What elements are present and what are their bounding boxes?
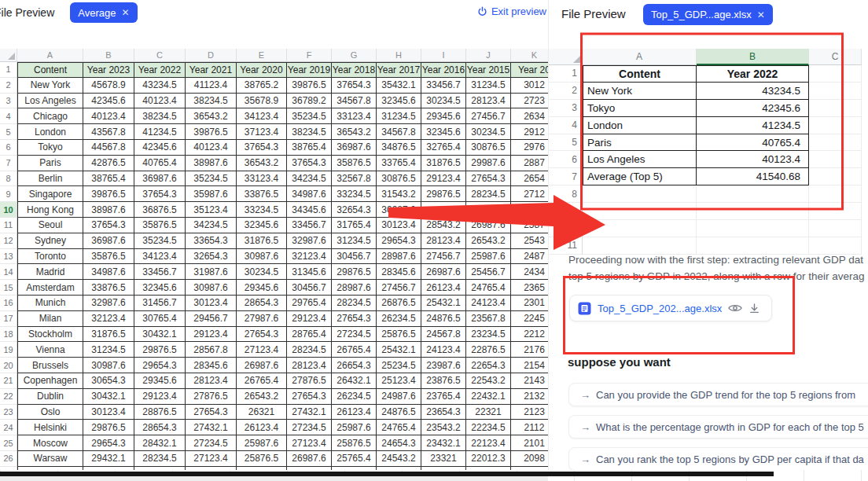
cell[interactable]: 43234.5	[134, 78, 186, 94]
cell[interactable]: Singapore	[17, 186, 83, 202]
cell[interactable]: Year 2023	[83, 62, 134, 78]
cell[interactable]: 27456.7	[466, 108, 511, 124]
cell[interactable]: 41123.4	[186, 78, 237, 94]
cell[interactable]: 36876.5	[134, 202, 186, 218]
cell[interactable]: 27234.5	[287, 420, 332, 435]
cell[interactable]: 27654.3	[237, 327, 287, 343]
cell[interactable]: 2634	[511, 108, 548, 124]
row-number[interactable]: 13	[0, 249, 17, 265]
cell[interactable]: New York	[583, 83, 697, 100]
cell[interactable]: 33123.4	[237, 171, 287, 187]
cell[interactable]: 2654	[511, 171, 548, 187]
cell[interactable]: 27234.5	[186, 435, 237, 451]
cell[interactable]	[697, 185, 809, 203]
cell[interactable]: 26987.6	[466, 218, 511, 233]
cell[interactable]: 2176	[511, 342, 548, 358]
cell[interactable]	[809, 203, 862, 220]
cell[interactable]: 41234.5	[697, 117, 809, 134]
cell[interactable]: 33876.5	[237, 186, 287, 202]
cell[interactable]: Sydney	[17, 233, 83, 249]
cell[interactable]: 35234.5	[287, 108, 332, 124]
cell[interactable]: 30123.4	[83, 405, 134, 420]
cell[interactable]	[809, 83, 862, 100]
cell[interactable]	[583, 203, 697, 220]
cell[interactable]: 35987.6	[186, 186, 237, 202]
cell[interactable]: 22321	[466, 405, 511, 420]
cell[interactable]	[421, 202, 466, 218]
row-number[interactable]: 3	[0, 94, 17, 109]
cell[interactable]: 32765.4	[421, 140, 466, 156]
cell[interactable]: 29345.6	[421, 108, 466, 124]
cell[interactable]: 28543.2	[421, 218, 466, 233]
cell[interactable]: 27876.5	[186, 389, 237, 405]
row-number[interactable]: 11	[0, 218, 17, 233]
cell[interactable]: Vienna	[17, 342, 83, 358]
cell[interactable]: 37654.3	[134, 186, 186, 202]
cell[interactable]: 26234.5	[332, 389, 377, 405]
row-number[interactable]: 9	[0, 186, 17, 202]
cell[interactable]: 25765.4	[332, 451, 377, 467]
cell[interactable]: 38987.6	[83, 202, 134, 218]
cell[interactable]: Paris	[17, 156, 83, 171]
cell[interactable]: 2112	[511, 420, 548, 435]
cell[interactable]: 30654.3	[83, 373, 134, 389]
cell[interactable]: 42345.6	[83, 94, 134, 109]
cell[interactable]: 35432.1	[377, 78, 421, 94]
cell[interactable]: 33234.5	[237, 202, 287, 218]
cell[interactable]: 2101	[511, 435, 548, 451]
cell[interactable]: 28432.1	[134, 435, 186, 451]
cell[interactable]: 37654.3	[83, 218, 134, 233]
cell[interactable]: 28234.5	[287, 342, 332, 358]
cell[interactable]: 32987.6	[287, 233, 332, 249]
select-all-corner[interactable]	[0, 49, 17, 62]
cell[interactable]: Amsterdam	[17, 280, 83, 296]
row-number[interactable]: 6	[0, 140, 17, 156]
cell[interactable]: 31456.7	[134, 296, 186, 311]
cell[interactable]: New York	[17, 78, 83, 94]
cell[interactable]: 29345.6	[134, 373, 186, 389]
cell[interactable]: 36543.2	[237, 156, 287, 171]
row-number[interactable]: 18	[0, 327, 17, 343]
cell[interactable]: 29123.4	[287, 311, 332, 327]
cell[interactable]: 28123.4	[466, 94, 511, 109]
cell[interactable]: 32654.3	[332, 202, 377, 218]
cell[interactable]: 28123.4	[186, 373, 237, 389]
cell[interactable]: 2154	[511, 358, 548, 373]
cell[interactable]: 32987.6	[83, 296, 134, 311]
cell[interactable]: 40123.4	[83, 108, 134, 124]
cell[interactable]: 29654.3	[377, 233, 421, 249]
cell[interactable]	[697, 220, 809, 237]
cell[interactable]: 23765.4	[421, 389, 466, 405]
cell[interactable]: 40765.4	[134, 156, 186, 171]
cell[interactable]: 30123.4	[186, 296, 237, 311]
cell[interactable]: 29123.4	[421, 171, 466, 187]
cell[interactable]: 24765.4	[377, 420, 421, 435]
cell[interactable]: 26321	[237, 405, 287, 420]
cell[interactable]: 3012	[511, 78, 548, 94]
cell[interactable]: 38987.6	[186, 156, 237, 171]
cell[interactable]: 22654.3	[466, 358, 511, 373]
cell[interactable]: Dublin	[17, 389, 83, 405]
cell[interactable]: 31876.5	[421, 156, 466, 171]
cell[interactable]	[466, 202, 511, 218]
suggestion-gdp-per-capita[interactable]: → Can you rank the top 5 regions by GDP …	[568, 447, 868, 471]
cell[interactable]: 23876.5	[421, 373, 466, 389]
tab-average[interactable]: Average ✕	[70, 2, 137, 23]
cell[interactable]: 31234.5	[466, 78, 511, 94]
eye-icon[interactable]	[728, 303, 742, 314]
cell[interactable]: 30987.6	[83, 358, 134, 373]
cell[interactable]: 32345.6	[134, 280, 186, 296]
cell[interactable]: 25123.4	[377, 373, 421, 389]
cell[interactable]: 30987.6	[186, 280, 237, 296]
cell[interactable]: 31234.5	[377, 108, 421, 124]
cell[interactable]: 23654.3	[421, 405, 466, 420]
cell[interactable]: 2712	[511, 186, 548, 202]
cell[interactable]: 26543.2	[237, 389, 287, 405]
cell[interactable]: 30876.5	[466, 140, 511, 156]
cell[interactable]: 2887	[511, 156, 548, 171]
cell[interactable]: 27432.1	[186, 420, 237, 435]
cell[interactable]: 23543.2	[421, 420, 466, 435]
cell[interactable]: 30987.6	[377, 202, 421, 218]
cell[interactable]: 24654.3	[377, 435, 421, 451]
cell[interactable]: 23987.6	[421, 358, 466, 373]
